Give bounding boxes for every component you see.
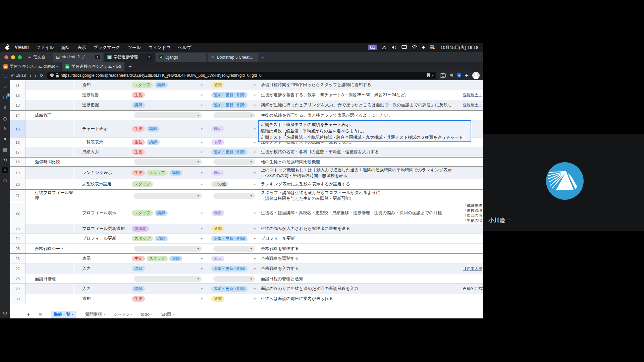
close-window-button[interactable] <box>4 55 8 59</box>
dropdown-arrow-icon[interactable]: ▾ <box>254 183 256 186</box>
actors-cell[interactable]: 講師▾ <box>130 284 205 294</box>
right-cell[interactable] <box>463 111 483 120</box>
zoom-window-button[interactable] <box>18 55 22 59</box>
dropdown-arrow-icon[interactable]: ▾ <box>151 313 153 316</box>
feature-cell[interactable]: ランキング表示 <box>74 167 130 179</box>
right-cell[interactable] <box>463 80 483 90</box>
feature-cell[interactable]: 進捗報告 <box>74 90 130 100</box>
feature-cell[interactable]: チャート表示 <box>74 120 130 137</box>
row-number[interactable]: 18 <box>10 158 25 166</box>
description-cell[interactable]: 生徒名・担当講師・高校名・志望校・成績推移・進捗管理・生徒の悩み・次回の面談まで… <box>258 202 463 224</box>
action-cell[interactable]: 追加・更新・削除▾ <box>205 234 258 243</box>
category-cell[interactable] <box>25 254 74 263</box>
action-cell[interactable]: 表示▾ <box>205 254 258 263</box>
action-cell[interactable]: ▾ <box>205 274 258 284</box>
right-cell[interactable] <box>463 254 483 263</box>
history-icon[interactable]: ◴ <box>2 115 8 121</box>
dropdown-arrow-icon[interactable]: ▾ <box>254 212 256 215</box>
feature-cell[interactable] <box>74 111 130 120</box>
dropdown-arrow-icon[interactable]: ▾ <box>201 297 203 301</box>
category-cell[interactable] <box>25 138 74 147</box>
right-cell[interactable] <box>463 294 483 304</box>
feeds-icon[interactable]: ⚑ <box>2 136 8 142</box>
dropdown-arrow-icon[interactable]: ▾ <box>201 257 203 260</box>
feature-cell[interactable] <box>74 274 130 284</box>
action-cell[interactable]: 追加・更新・削除▾ <box>205 90 258 100</box>
participant-video-tile[interactable]: 小川慶一 <box>483 134 644 231</box>
empty-dropdown[interactable]: ▾ <box>134 159 202 165</box>
category-cell[interactable] <box>25 264 74 274</box>
dropdown-arrow-icon[interactable]: ▾ <box>254 171 256 175</box>
row-number[interactable]: 14 <box>10 111 25 120</box>
dropdown-arrow-icon[interactable]: ▾ <box>254 257 256 260</box>
description-cell[interactable]: 面談の終わりに生徒と決めた次回の面談日程を入力 <box>258 284 463 294</box>
feature-cell[interactable]: プロフィール表示 <box>74 202 130 224</box>
menu-item-1[interactable]: ファイル <box>36 45 54 51</box>
feature-cell[interactable]: 一覧表表示 <box>74 138 130 147</box>
dropdown-arrow-icon[interactable]: ▾ <box>201 104 203 107</box>
description-cell[interactable]: スタッフ・講師は生徒を選んだらプロフィールが見れるように（講師は権限を与えた生徒… <box>258 190 463 202</box>
row-number[interactable]: 13 <box>10 100 25 110</box>
feature-cell[interactable] <box>74 158 130 166</box>
empty-dropdown[interactable]: ▾ <box>134 276 202 282</box>
category-cell[interactable] <box>25 224 74 233</box>
right-cell[interactable]: 自動的にZO <box>463 284 483 294</box>
menu-item-4[interactable]: ブックマーク <box>94 45 120 51</box>
action-cell[interactable]: 通知▾ <box>205 224 258 233</box>
menubar-datetime[interactable]: 10月15日(火) 19:18 <box>440 45 478 51</box>
sheet-tab-1[interactable]: 質問事項▾ <box>85 312 105 317</box>
feature-cell[interactable]: 成績入力 <box>74 147 130 157</box>
feature-cell[interactable]: 通知 <box>74 80 130 90</box>
row-number[interactable]: 16 <box>10 138 25 147</box>
feature-cell[interactable]: プロフィール更新通知 <box>74 224 130 233</box>
feature-cell[interactable] <box>74 190 130 202</box>
actors-cell[interactable]: スタッフ講師▾ <box>130 80 205 90</box>
category-cell[interactable] <box>25 90 74 100</box>
dropdown-arrow-icon[interactable]: ▾ <box>254 127 256 131</box>
dropdown-arrow-icon[interactable]: ▾ <box>201 287 203 291</box>
action-cell[interactable]: 追加・更新・削除▾ <box>205 284 258 294</box>
actors-cell[interactable]: ▾ <box>130 244 205 253</box>
actors-cell[interactable]: ▾ <box>130 158 205 166</box>
actors-cell[interactable]: 生徒スタッフ講師▾ <box>130 254 205 263</box>
dropdown-arrow-icon[interactable]: ▾ <box>254 267 256 270</box>
actors-cell[interactable]: 生徒▾ <box>130 90 205 100</box>
url-field[interactable]: https://docs.google.com/spreadsheets/d/1… <box>47 72 436 79</box>
menu-item-6[interactable]: ウィンドウ <box>148 45 171 51</box>
dropdown-arrow-icon[interactable]: ▾ <box>254 104 256 107</box>
category-cell[interactable]: 成績管理 <box>25 111 74 120</box>
description-cell[interactable]: プロフィール更新 <box>258 234 463 243</box>
empty-dropdown[interactable]: ▾ <box>213 246 255 252</box>
dropdown-arrow-icon[interactable]: ▾ <box>201 227 203 231</box>
dropdown-arrow-icon[interactable]: ▾ <box>254 83 256 87</box>
dropdown-arrow-icon[interactable]: ▾ <box>201 171 203 175</box>
downloads-icon[interactable]: ⇩ <box>2 105 8 111</box>
sheet-tab-active[interactable]: 機能一覧▾ <box>51 311 76 318</box>
row-number[interactable]: 12 <box>10 90 25 100</box>
action-cell[interactable]: ▾ <box>205 158 258 166</box>
actors-cell[interactable]: 講師▾ <box>130 100 205 110</box>
browser-tab[interactable]: ▦学習進捗管理システム - Go <box>62 62 124 71</box>
dropdown-arrow-icon[interactable]: ▾ <box>254 150 256 154</box>
empty-dropdown[interactable]: ▾ <box>134 193 202 199</box>
dropdown-arrow-icon[interactable]: ▾ <box>201 83 203 87</box>
category-cell[interactable] <box>25 294 74 304</box>
category-cell[interactable] <box>25 234 74 243</box>
extension-shield-icon[interactable] <box>457 73 461 78</box>
action-cell[interactable]: 表示▾ <box>205 138 258 147</box>
profile-avatar[interactable] <box>472 72 480 79</box>
description-cell[interactable]: 面談日程の管理と通知 <box>258 274 463 284</box>
dropdown-arrow-icon[interactable]: ▾ <box>173 313 174 316</box>
action-cell[interactable]: 表示▾ <box>205 167 258 179</box>
reading-list-icon[interactable]: ❐5 <box>2 95 8 101</box>
back-button[interactable]: ‹ <box>30 73 31 78</box>
description-cell[interactable]: 学習目標時間を20%下回ったらスタッフと講師に通知する <box>258 80 463 90</box>
feature-cell[interactable]: 志望校表示設定 <box>74 179 130 189</box>
feature-cell[interactable]: 表示 <box>74 254 130 263</box>
workspace-selector[interactable]: ⚭ 竜文会 ▾ <box>28 54 49 60</box>
browser-tab[interactable]: ▣学習管理システム.drawio - <box>0 62 61 71</box>
actors-cell[interactable]: 生徒講師▾ <box>130 138 205 147</box>
dropdown-arrow-icon[interactable]: ▾ <box>201 94 203 97</box>
panel-toggle-icon[interactable]: ❏ <box>3 73 7 78</box>
row-number[interactable]: 17 <box>10 147 25 157</box>
